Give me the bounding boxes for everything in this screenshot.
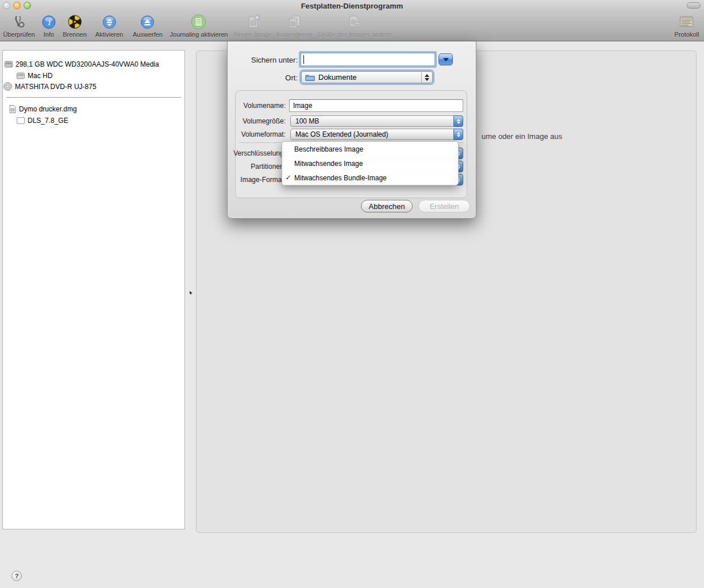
sidebar-item-dls[interactable]: DLS_7.8_GE bbox=[17, 115, 68, 125]
burn-button[interactable]: Brennen bbox=[63, 13, 87, 38]
minimize-button[interactable] bbox=[13, 2, 21, 9]
menu-item-sparse-bundle-image[interactable]: ✓ Mitwachsendes Bundle-Image bbox=[282, 171, 458, 185]
volume-format-popup[interactable]: Mac OS Extended (Journaled) bbox=[290, 129, 463, 140]
create-button: Erstellen bbox=[418, 200, 470, 212]
log-icon bbox=[675, 13, 699, 30]
eject-icon bbox=[133, 13, 163, 30]
popup-stepper-icon bbox=[453, 129, 463, 140]
menu-item-sparse-image[interactable]: Mitwachsendes Image bbox=[282, 156, 458, 171]
toolbar: Überprüfen i Info bbox=[0, 11, 704, 41]
save-as-input[interactable] bbox=[301, 53, 435, 66]
mouse-cursor bbox=[190, 291, 193, 295]
cancel-button[interactable]: Abbrechen bbox=[361, 200, 413, 212]
window-title: Festplatten-Dienstprogramm bbox=[301, 2, 403, 10]
verify-button[interactable]: Überprüfen bbox=[3, 13, 34, 38]
volume-format-label: Volumeformat: bbox=[194, 130, 286, 138]
image-volume-icon bbox=[17, 117, 25, 124]
sidebar-item-dmg[interactable]: Dymo drucker.dmg bbox=[9, 104, 77, 114]
convert-button: Konvertieren bbox=[276, 13, 312, 38]
sidebar-item-label: Mac HD bbox=[28, 72, 52, 80]
convert-icon bbox=[276, 13, 312, 30]
volume-size-label: Volumegröße: bbox=[194, 117, 286, 125]
sidebar-item-label: Dymo drucker.dmg bbox=[19, 105, 77, 113]
encryption-label: Verschlüsselung: bbox=[194, 149, 286, 157]
new-image-button: Neues Image bbox=[234, 13, 271, 38]
burn-icon bbox=[63, 13, 87, 30]
expand-sheet-button[interactable] bbox=[438, 53, 453, 65]
location-popup[interactable]: Dokumente bbox=[301, 71, 433, 83]
popup-stepper-icon bbox=[453, 115, 463, 127]
sidebar-item-label: MATSHITA DVD-R UJ-875 bbox=[15, 83, 97, 91]
resize-image-icon bbox=[318, 13, 391, 30]
log-button[interactable]: Protokoll bbox=[675, 13, 699, 38]
checkmark-icon: ✓ bbox=[286, 174, 291, 181]
sidebar-item-dvd[interactable]: MATSHITA DVD-R UJ-875 bbox=[3, 82, 97, 91]
info-button[interactable]: i Info bbox=[42, 13, 56, 38]
new-image-sheet: Sichern unter: Ort: Dokumente Volumename… bbox=[227, 41, 476, 219]
sidebar-separator bbox=[6, 97, 181, 98]
optical-drive-icon bbox=[3, 82, 12, 91]
volume-name-input[interactable] bbox=[289, 99, 463, 112]
mount-icon bbox=[95, 13, 123, 30]
chevron-down-icon bbox=[443, 58, 449, 61]
eject-button[interactable]: Auswerfen bbox=[133, 13, 163, 38]
volume-name-label: Volumename: bbox=[194, 102, 286, 110]
close-button bbox=[3, 2, 10, 9]
sidebar-item-disk[interactable]: 298,1 GB WDC WD3200AAJS-40VWA0 Media bbox=[5, 59, 159, 69]
title-bar: Festplatten-Dienstprogramm bbox=[0, 0, 704, 11]
zoom-button[interactable] bbox=[24, 2, 31, 9]
device-list: 298,1 GB WDC WD3200AAJS-40VWA0 Media Mac… bbox=[2, 50, 185, 529]
journal-icon bbox=[170, 13, 228, 30]
info-icon: i bbox=[42, 13, 56, 30]
help-button[interactable]: ? bbox=[11, 571, 22, 581]
volume-icon bbox=[17, 72, 25, 79]
mount-button[interactable]: Aktivieren bbox=[95, 13, 123, 38]
sidebar-item-machd[interactable]: Mac HD bbox=[17, 71, 52, 80]
sidebar-item-label: DLS_7.8_GE bbox=[28, 117, 68, 125]
verify-icon bbox=[3, 13, 34, 30]
text-caret bbox=[303, 55, 304, 64]
image-format-menu: Beschreibbares Image Mitwachsendes Image… bbox=[282, 141, 459, 185]
new-image-icon bbox=[234, 13, 271, 30]
internal-drive-icon bbox=[5, 61, 13, 68]
volume-size-popup[interactable]: 100 MB bbox=[290, 115, 463, 127]
disk-image-icon bbox=[9, 105, 16, 113]
menu-item-writable-image[interactable]: Beschreibbares Image bbox=[282, 142, 458, 156]
sidebar-item-label: 298,1 GB WDC WD3200AAJS-40VWA0 Media bbox=[16, 60, 159, 68]
location-label: Ort: bbox=[285, 74, 298, 82]
folder-icon bbox=[305, 74, 315, 81]
resize-image-button: Größe des Images ändern bbox=[318, 13, 391, 38]
save-as-label: Sichern unter: bbox=[251, 56, 298, 64]
partitions-label: Partitionen: bbox=[194, 163, 286, 171]
image-format-label: Image-Format: bbox=[194, 176, 286, 184]
toolbar-toggle-pill[interactable] bbox=[687, 2, 701, 9]
journaling-button[interactable]: Journaling aktivieren bbox=[170, 13, 228, 38]
select-volume-hint-fragment: ume oder ein Image aus bbox=[482, 132, 562, 141]
location-value: Dokumente bbox=[318, 73, 356, 82]
popup-stepper-icon bbox=[421, 72, 432, 83]
